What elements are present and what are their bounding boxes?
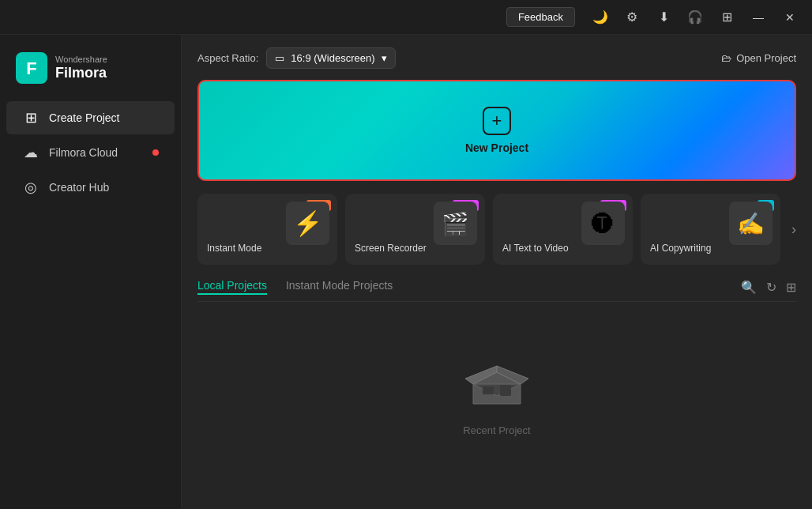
svg-text:⚡: ⚡ — [293, 209, 323, 238]
aspect-ratio-label: Aspect Ratio: — [197, 52, 258, 64]
logo-icon: F — [16, 52, 47, 84]
aspect-ratio-dropdown[interactable]: ▭ 16:9 (Widescreen) ▾ — [266, 47, 395, 69]
close-button[interactable]: ✕ — [777, 5, 803, 30]
feature-card-ai-copywriting[interactable]: AI ✍ AI Copywriting — [641, 194, 780, 265]
creator-hub-icon: ◎ — [22, 179, 39, 196]
empty-label: Recent Project — [463, 424, 530, 436]
feature-cards: HOT ⚡ Instant Mode NEW 🎬 — [197, 194, 796, 265]
empty-state: Recent Project — [197, 313, 796, 471]
svg-rect-15 — [500, 385, 511, 396]
aspect-ratio-value: 16:9 (Widescreen) — [291, 52, 374, 64]
grid-icon[interactable]: ⊞ — [714, 5, 739, 30]
new-project-banner[interactable]: + New Project — [197, 80, 796, 181]
new-project-plus-icon: + — [483, 107, 511, 135]
view-toggle-icon[interactable]: ⊞ — [786, 280, 796, 295]
refresh-icon[interactable]: ↻ — [766, 280, 776, 295]
top-row: Aspect Ratio: ▭ 16:9 (Widescreen) ▾ 🗁 Op… — [197, 47, 796, 69]
download-icon[interactable]: ⬇ — [651, 5, 676, 30]
support-icon[interactable]: 🎧 — [682, 5, 708, 30]
create-project-icon: ⊞ — [22, 109, 39, 126]
open-project-label: Open Project — [736, 52, 796, 64]
svg-rect-14 — [483, 386, 494, 394]
settings-icon[interactable]: ⚙ — [619, 5, 645, 30]
feature-card-screen-recorder[interactable]: NEW 🎬 Screen Recorder — [345, 194, 485, 265]
open-project-button[interactable]: 🗁 Open Project — [721, 52, 796, 64]
tabs-actions: 🔍 ↻ ⊞ — [741, 280, 796, 295]
minimize-button[interactable]: — — [746, 5, 771, 30]
sidebar-item-label: Filmora Cloud — [49, 146, 118, 159]
sidebar-item-label: Create Project — [49, 111, 119, 124]
aspect-ratio-icon: ▭ — [275, 52, 284, 64]
svg-text:🅣: 🅣 — [592, 212, 614, 236]
sidebar-item-filmora-cloud[interactable]: ☁ Filmora Cloud — [6, 136, 175, 169]
screen-recorder-icon: 🎬 — [434, 202, 477, 248]
tab-local-projects[interactable]: Local Projects — [197, 279, 267, 295]
svg-text:✍: ✍ — [737, 211, 765, 237]
svg-text:🎬: 🎬 — [442, 211, 469, 237]
ai-copywriting-icon: ✍ — [729, 202, 773, 248]
app-body: F Wondershare Filmora ⊞ Create Project ☁… — [0, 35, 812, 509]
tabs-row: Local Projects Instant Mode Projects 🔍 ↻… — [197, 279, 796, 302]
sidebar-item-create-project[interactable]: ⊞ Create Project — [6, 101, 175, 134]
chevron-right-icon: › — [791, 221, 796, 238]
sidebar-item-label: Creator Hub — [49, 181, 109, 194]
svg-text:F: F — [26, 58, 36, 78]
new-project-label: New Project — [465, 141, 528, 154]
feature-card-ai-text-video[interactable]: NEW 🅣 AI Text to Video — [493, 194, 633, 265]
logo-text: Wondershare Filmora — [55, 55, 107, 82]
sidebar: F Wondershare Filmora ⊞ Create Project ☁… — [0, 35, 182, 509]
titlebar: Feedback 🌙 ⚙ ⬇ 🎧 ⊞ — ✕ — [0, 0, 812, 35]
feature-card-instant-mode[interactable]: HOT ⚡ Instant Mode — [197, 194, 337, 265]
main-content: Aspect Ratio: ▭ 16:9 (Widescreen) ▾ 🗁 Op… — [182, 35, 812, 509]
aspect-ratio-area: Aspect Ratio: ▭ 16:9 (Widescreen) ▾ — [197, 47, 396, 69]
ai-text-video-icon: 🅣 — [581, 202, 625, 248]
search-icon[interactable]: 🔍 — [741, 280, 757, 295]
logo-area: F Wondershare Filmora — [0, 44, 181, 100]
chevron-down-icon: ▾ — [382, 52, 387, 64]
filmora-cloud-icon: ☁ — [22, 144, 39, 161]
scroll-right-button[interactable]: › — [788, 194, 796, 265]
theme-icon[interactable]: 🌙 — [588, 5, 613, 30]
sidebar-item-creator-hub[interactable]: ◎ Creator Hub — [6, 171, 175, 204]
new-project-content: + New Project — [465, 107, 528, 154]
feedback-button[interactable]: Feedback — [506, 7, 575, 27]
instant-mode-icon: ⚡ — [286, 202, 329, 252]
notification-dot — [152, 149, 159, 156]
folder-icon: 🗁 — [721, 52, 731, 64]
tab-instant-mode-projects[interactable]: Instant Mode Projects — [286, 279, 393, 295]
empty-box-icon — [457, 349, 536, 412]
